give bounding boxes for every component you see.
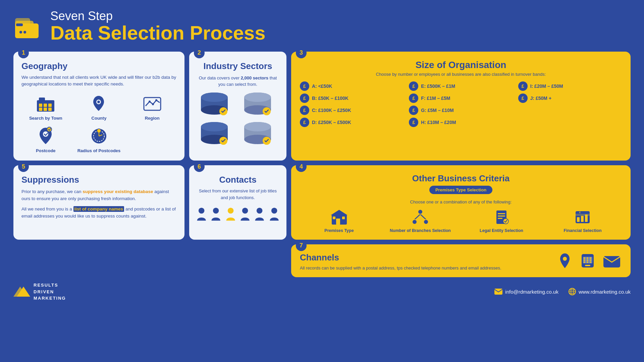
svg-rect-10 [48, 104, 52, 107]
step2-heading: Industry Sectors [196, 61, 280, 71]
band-e: £ E: £500K – £1M [409, 81, 513, 91]
svg-rect-68 [498, 216, 505, 217]
svg-marker-54 [331, 210, 347, 215]
svg-rect-13 [48, 108, 52, 111]
band-c: £ C: £100K – £250K [300, 106, 404, 115]
rdm-logo: RESULTS DRIVEN MARKETING [13, 282, 66, 302]
db-icons [196, 91, 280, 147]
step3-size: 3 Size of Organisation Choose by number … [291, 52, 631, 161]
step7-channels: 7 Channels All records can be supplied w… [291, 244, 631, 278]
svg-line-62 [420, 214, 426, 220]
criteria-grid: Premises Type Number of Branches Sele [300, 208, 622, 233]
geo-search-town: Search by Town [21, 93, 70, 121]
pound-icon: £ [300, 81, 309, 91]
step5-para1: Prior to any purchase, we can suppress y… [21, 188, 176, 202]
step4-badge: 4 [296, 161, 307, 172]
step6-contacts: 6 Contacts Select from our extensive lis… [189, 165, 286, 239]
svg-rect-87 [587, 261, 588, 263]
geo-county: County [75, 93, 123, 121]
header-subtitle: Seven Step [50, 10, 266, 22]
step5-heading: Suppressions [21, 175, 176, 185]
svg-point-45 [244, 122, 271, 131]
criteria-branches: Number of Branches Selection [381, 208, 460, 233]
criteria-premises-label: Premises Type [324, 228, 354, 233]
step5-badge: 5 [18, 161, 29, 172]
footer-website-text: www.rdmarketing.co.uk [579, 289, 631, 295]
svg-rect-80 [584, 257, 585, 259]
svg-point-49 [228, 208, 234, 214]
footer: RESULTS DRIVEN MARKETING info@rdmarketin… [0, 277, 644, 302]
svg-point-48 [213, 208, 219, 214]
band-a: £ A: <£50K [300, 81, 404, 91]
geo-county-label: County [92, 116, 107, 121]
step2-body: Our data covers over 2,000 sectors that … [196, 75, 280, 88]
channels-row: 7 Channels All records can be supplied w… [0, 244, 644, 278]
step4-other: 4 Other Business Criteria Premises Type … [291, 165, 631, 239]
header-title: Data Selection Process [50, 22, 266, 44]
criteria-premises: Premises Type [300, 208, 378, 233]
geo-region: Region [128, 93, 176, 121]
step3-subtitle: Choose by number or employees or all bus… [300, 72, 622, 77]
svg-point-17 [149, 101, 151, 103]
svg-point-19 [155, 99, 157, 101]
title-block: Seven Step Data Selection Process [50, 10, 266, 44]
footer-right: info@rdmarketing.co.uk www.rdmarketing.c… [494, 288, 631, 295]
header: Seven Step Data Selection Process [0, 0, 644, 47]
geo-postcode: Postcode [21, 125, 70, 153]
step7-heading: Channels [300, 252, 549, 263]
svg-rect-7 [39, 98, 45, 102]
footer-website: www.rdmarketing.co.uk [569, 288, 631, 295]
svg-point-51 [257, 208, 263, 214]
step5-suppressions: 5 Suppressions Prior to any purchase, we… [13, 165, 184, 239]
svg-rect-56 [333, 217, 335, 219]
svg-rect-88 [590, 261, 591, 263]
rdm-text: RESULTS DRIVEN MARKETING [34, 282, 66, 302]
svg-point-47 [199, 208, 205, 214]
people-icons [196, 205, 280, 223]
geo-town-label: Search by Town [29, 116, 62, 121]
svg-rect-85 [590, 259, 591, 261]
premises-badge: Premises Type Selection [429, 186, 492, 194]
svg-point-35 [244, 93, 271, 102]
header-logo [13, 14, 44, 39]
step2-industry: 2 Industry Sectors Our data covers over … [189, 52, 286, 161]
svg-rect-11 [39, 108, 42, 111]
svg-line-61 [415, 214, 420, 220]
step5-para2: All we need from you is a list of compan… [21, 206, 176, 220]
band-j: £ J: £50M + [518, 94, 622, 103]
svg-point-21 [47, 127, 52, 132]
svg-point-30 [201, 93, 228, 102]
svg-point-18 [152, 103, 154, 105]
size-bands-grid: £ A: <£50K £ E: £500K – £1M £ I: £20M – … [300, 81, 622, 127]
svg-point-5 [23, 31, 26, 34]
rdm-logo-mark [13, 285, 30, 298]
svg-rect-84 [587, 259, 588, 261]
svg-rect-9 [44, 104, 47, 107]
svg-point-40 [201, 122, 228, 131]
band-g: £ G: £5M – £10M [409, 106, 513, 115]
step1-geography: 1 Geography We understand that not all c… [13, 52, 184, 161]
svg-point-50 [242, 208, 248, 214]
step7-badge: 7 [296, 240, 307, 251]
criteria-legal-label: Legal Entity Selection [480, 228, 523, 233]
step3-badge: 3 [296, 48, 307, 58]
svg-text:£: £ [579, 211, 581, 214]
svg-rect-74 [581, 216, 584, 222]
channel-icons [556, 252, 622, 269]
top-row: 1 Geography We understand that not all c… [0, 52, 644, 161]
company-names-highlight: list of company names [73, 206, 124, 212]
step6-heading: Contacts [196, 175, 280, 185]
criteria-branches-label: Number of Branches Selection [390, 228, 451, 233]
svg-rect-67 [498, 213, 505, 214]
footer-email: info@rdmarketing.co.uk [494, 289, 558, 295]
criteria-financial-label: Financial Selection [564, 228, 601, 233]
svg-rect-8 [39, 104, 42, 107]
svg-rect-81 [587, 257, 588, 259]
geo-postcode-label: Postcode [36, 148, 56, 153]
middle-row: 5 Suppressions Prior to any purchase, we… [0, 165, 644, 239]
geo-radius: Radius of Postcodes [75, 125, 123, 153]
criteria-legal: Legal Entity Selection [462, 208, 541, 233]
band-f: £ F: £1M – £5M [409, 94, 513, 103]
svg-rect-3 [16, 23, 23, 26]
svg-point-52 [271, 208, 277, 214]
